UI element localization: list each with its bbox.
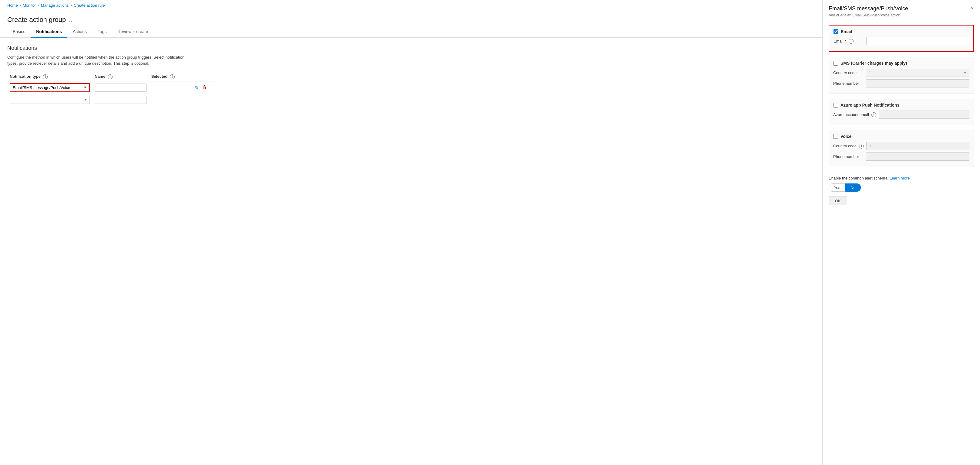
row1-actions-cell: ✎ 🗑 <box>191 81 220 94</box>
email-field-info-icon[interactable]: i <box>849 39 854 44</box>
edit-button-1[interactable]: ✎ <box>194 84 199 91</box>
tab-review-create[interactable]: Review + create <box>112 26 154 38</box>
name-info-icon[interactable]: i <box>108 74 113 79</box>
email-input[interactable] <box>866 37 969 45</box>
breadcrumb-create-action-rule[interactable]: Create action rule <box>74 3 105 8</box>
section-title: Notifications <box>7 45 815 51</box>
panel-subtitle: Add or edit an Email/SMS/Push/Voice acti… <box>829 13 908 17</box>
table-row <box>7 94 220 106</box>
tab-tags[interactable]: Tags <box>92 26 112 38</box>
breadcrumb-monitor[interactable]: Monitor <box>23 3 36 8</box>
schema-toggle-no[interactable]: No <box>845 184 861 192</box>
sms-phone-input[interactable] <box>866 79 969 88</box>
breadcrumb-sep-1: › <box>20 3 21 8</box>
breadcrumb-sep-2: › <box>38 3 39 8</box>
panel-header: Email/SMS message/Push/Voice Add or edit… <box>822 0 980 20</box>
page-title-area: Create action group ... <box>0 11 822 26</box>
notification-name-input-1[interactable] <box>95 83 146 92</box>
row2-type-cell <box>7 94 92 106</box>
notification-name-input-2[interactable] <box>95 96 146 104</box>
required-star: * <box>845 39 846 44</box>
email-checkbox[interactable] <box>834 29 838 34</box>
email-checkbox-row: Email <box>834 29 969 34</box>
page-options-button[interactable]: ... <box>69 16 74 23</box>
push-section: Azure app Push Notifications Azure accou… <box>829 99 974 125</box>
notifications-section: Notifications Configure the method in wh… <box>0 38 822 113</box>
table-row: Email/SMS message/Push/Voice ✎ 🗑 <box>7 81 220 94</box>
side-panel: Email/SMS message/Push/Voice Add or edit… <box>822 0 980 465</box>
voice-country-code-row: Country code i <box>833 142 969 150</box>
sms-section: SMS (Carrier charges may apply) Country … <box>829 57 974 94</box>
sms-checkbox-row: SMS (Carrier charges may apply) <box>833 61 969 66</box>
row2-selected-cell <box>149 94 191 106</box>
push-account-email-row: Azure account email i <box>833 110 969 119</box>
row2-name-cell <box>92 94 149 106</box>
voice-checkbox[interactable] <box>833 134 838 139</box>
close-panel-button[interactable]: × <box>970 5 974 11</box>
tab-basics[interactable]: Basics <box>7 26 31 38</box>
notification-type-select-2[interactable] <box>10 96 90 104</box>
col-header-name: Name i <box>92 72 149 81</box>
push-account-email-info-icon[interactable]: i <box>872 112 876 117</box>
row1-name-cell <box>92 81 149 94</box>
tab-actions[interactable]: Actions <box>67 26 92 38</box>
row1-type-cell: Email/SMS message/Push/Voice <box>7 81 92 94</box>
tab-bar: Basics Notifications Actions Tags Review… <box>0 26 822 38</box>
row1-action-buttons: ✎ 🗑 <box>194 84 217 91</box>
voice-phone-row: Phone number <box>833 152 969 161</box>
voice-checkbox-label[interactable]: Voice <box>840 134 851 139</box>
panel-title-area: Email/SMS message/Push/Voice Add or edit… <box>829 5 908 17</box>
schema-toggle-yes[interactable]: Yes <box>829 184 845 192</box>
schema-toggle: Yes No <box>829 184 974 192</box>
notifications-table: Notification type i Name i Selected i <box>7 72 220 106</box>
sms-checkbox[interactable] <box>833 61 838 66</box>
voice-checkbox-row: Voice <box>833 134 969 139</box>
push-checkbox-row: Azure app Push Notifications <box>833 103 969 107</box>
breadcrumb-sep-3: › <box>71 3 72 8</box>
col-header-type: Notification type i <box>7 72 92 81</box>
panel-body: Email Email * i SMS (Carrier charges may… <box>822 20 980 465</box>
selected-info-icon[interactable]: i <box>170 74 175 79</box>
tab-notifications[interactable]: Notifications <box>31 26 67 38</box>
learn-more-link[interactable]: Learn more <box>889 176 910 181</box>
panel-title: Email/SMS message/Push/Voice <box>829 5 908 12</box>
ok-button[interactable]: OK <box>829 197 847 205</box>
voice-country-code-info-icon[interactable]: i <box>859 144 864 149</box>
sms-country-code-label: Country code <box>833 70 864 75</box>
sms-checkbox-label[interactable]: SMS (Carrier charges may apply) <box>840 61 907 66</box>
delete-button-1[interactable]: 🗑 <box>201 84 207 91</box>
voice-country-code-input[interactable] <box>866 142 969 150</box>
section-description: Configure the method in which users will… <box>7 54 189 66</box>
voice-phone-input[interactable] <box>866 152 969 161</box>
sms-phone-label: Phone number <box>833 81 864 86</box>
row2-actions-cell <box>191 94 220 106</box>
email-section: Email Email * i <box>829 25 974 52</box>
notification-type-info-icon[interactable]: i <box>43 74 48 79</box>
breadcrumb: Home › Monitor › Manage actions › Create… <box>0 0 822 11</box>
email-field-label: Email * i <box>834 39 864 44</box>
voice-section: Voice Country code i Phone number <box>829 130 974 167</box>
breadcrumb-home[interactable]: Home <box>7 3 18 8</box>
voice-phone-label: Phone number <box>833 154 864 159</box>
breadcrumb-manage-actions[interactable]: Manage actions <box>41 3 69 8</box>
notification-type-select-1[interactable]: Email/SMS message/Push/Voice <box>10 83 90 92</box>
sms-country-code-select[interactable]: 1 <box>866 69 969 77</box>
push-checkbox-label[interactable]: Azure app Push Notifications <box>840 103 899 107</box>
alert-schema-section: Enable the common alert schema. Learn mo… <box>829 172 974 192</box>
sms-phone-row: Phone number <box>833 79 969 88</box>
voice-country-code-label: Country code i <box>833 144 864 149</box>
col-header-selected: Selected i <box>149 72 191 81</box>
sms-country-code-row: Country code 1 <box>833 69 969 77</box>
push-account-email-label: Azure account email i <box>833 112 876 117</box>
schema-text: Enable the common alert schema. Learn mo… <box>829 176 974 181</box>
col-header-actions <box>191 72 220 81</box>
email-field-row: Email * i <box>834 37 969 45</box>
page-title: Create action group <box>7 16 66 24</box>
email-checkbox-label[interactable]: Email <box>841 29 852 34</box>
push-account-email-input[interactable] <box>879 110 969 119</box>
row1-selected-cell <box>149 81 191 94</box>
push-checkbox[interactable] <box>833 103 838 107</box>
